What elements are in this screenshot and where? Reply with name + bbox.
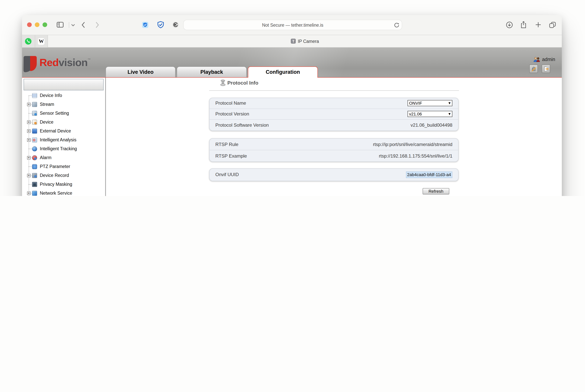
field-label: Onvif UUID — [215, 172, 239, 177]
network-service-icon — [32, 190, 37, 196]
sidebar: Device Info+StreamSensor Setting+Device+… — [22, 78, 106, 196]
back-button[interactable] — [81, 22, 85, 28]
privacy-shield-extension-icon[interactable] — [157, 21, 164, 29]
brand-title: Redvision™ — [40, 57, 91, 69]
m-circle-extension-icon[interactable] — [172, 22, 179, 28]
expand-icon-device-record[interactable]: + — [27, 174, 31, 177]
sidebar-item-ptz-parameter[interactable]: PTZ Parameter — [22, 162, 105, 171]
browser-toolbar: Not Secure — tether.timeline.is — [22, 15, 562, 35]
reload-icon[interactable] — [394, 22, 399, 28]
toolbar-divider — [69, 22, 69, 28]
panel-rtsp-rule: RTSP Rulertsp://ip:port/snl/live/camerai… — [209, 138, 459, 162]
sidebar-item-label: Intelligent Tracking — [40, 146, 77, 151]
sidebar-item-label: Device Record — [40, 173, 69, 178]
sidebar-item-external-device[interactable]: +External Device — [22, 126, 105, 135]
logout-button[interactable] — [542, 64, 550, 73]
active-browser-tab[interactable]: T IP Camera — [48, 35, 562, 48]
sidebar-item-intelligent-analysis[interactable]: +Intelligent Analysis — [22, 135, 105, 144]
sensor-setting-icon — [32, 111, 37, 116]
sidebar-item-label: Device — [40, 120, 53, 124]
intelligent-tracking-icon — [32, 146, 37, 151]
tab-configuration[interactable]: Configuration — [248, 66, 318, 78]
stream-icon — [32, 102, 37, 107]
dropdown-arrow-icon: ▼ — [448, 102, 451, 105]
content-heading: Protocol Info — [220, 79, 258, 86]
sidebar-item-network-service[interactable]: +Network Service — [22, 189, 105, 196]
downloads-button[interactable] — [506, 22, 513, 28]
expand-icon-device[interactable]: + — [27, 120, 31, 124]
alarm-icon — [32, 155, 37, 160]
sidebar-item-label: Privacy Masking — [40, 182, 72, 186]
username: admin — [542, 57, 555, 62]
select-value: ONVIF — [409, 101, 422, 106]
site-favicon: T — [291, 38, 296, 44]
protocol-version-select[interactable]: v21.06▼ — [408, 111, 452, 117]
onvif-uuid-input[interactable]: 2ab4caa0-bfdf-11d3-a4 — [406, 171, 452, 178]
close-window-button[interactable] — [27, 22, 32, 27]
expand-icon-external-device[interactable]: + — [27, 129, 31, 133]
refresh-button[interactable]: Refresh — [423, 188, 449, 194]
sidebar-item-label: Alarm — [40, 155, 52, 160]
row-rtsp-rule: RTSP Rulertsp://ip:port/snl/live/camerai… — [210, 139, 458, 150]
sidebar-toggle-icon[interactable] — [57, 22, 64, 28]
address-bar[interactable]: Not Secure — tether.timeline.is — [183, 20, 402, 30]
url-text: Not Secure — tether.timeline.is — [262, 22, 323, 27]
field-label: Protocol Name — [215, 100, 246, 106]
new-tab-button[interactable] — [535, 22, 541, 28]
share-button[interactable] — [520, 21, 527, 28]
row-protocol-name: Protocol NameONVIF▼ — [210, 98, 458, 108]
row-protocol-software-version: Protocol Software Versionv21.06_build004… — [210, 119, 458, 130]
sidebar-item-device-info[interactable]: Device Info — [22, 91, 105, 100]
sidebar-item-label: External Device — [40, 128, 71, 133]
sidebar-item-intelligent-tracking[interactable]: Intelligent Tracking — [22, 144, 105, 153]
sidebar-item-label: Sensor Setting — [40, 111, 69, 115]
whatsapp-icon — [25, 38, 32, 45]
expand-icon-alarm[interactable]: + — [27, 156, 31, 159]
sidebar-header-box — [24, 78, 104, 90]
panel-protocol-name: Protocol NameONVIF▼Protocol Versionv21.0… — [209, 98, 459, 131]
sidebar-item-device[interactable]: +Device — [22, 118, 105, 126]
users-icon — [533, 57, 540, 62]
tab-bar: W T IP Camera — [22, 35, 562, 48]
rtsp-rule-value: rtsp://ip:port/snl/live/cameraid/streami… — [373, 142, 452, 147]
tree-stub — [29, 166, 33, 167]
field-label: RTSP Example — [215, 153, 247, 158]
device-record-icon — [32, 173, 37, 178]
lock-pencil-icon — [531, 66, 536, 72]
row-rtsp-example: RTSP Examplertsp://192.168.1.175:554/snl… — [210, 150, 458, 162]
wikipedia-icon: W — [38, 38, 45, 44]
sidebar-item-sensor-setting[interactable]: Sensor Setting — [22, 109, 105, 118]
sidebar-item-privacy-masking[interactable]: Privacy Masking — [22, 180, 105, 189]
change-password-button[interactable] — [529, 64, 538, 73]
tree-stub — [29, 184, 33, 184]
minimize-window-button[interactable] — [35, 22, 40, 27]
page-body: Device Info+StreamSensor Setting+Device+… — [22, 78, 562, 196]
tab-playback[interactable]: Playback — [177, 66, 247, 77]
sidebar-item-stream[interactable]: +Stream — [22, 100, 105, 109]
page-header: Redvision™ admin — [22, 48, 562, 78]
sidebar-item-alarm[interactable]: +Alarm — [22, 153, 105, 162]
zoom-window-button[interactable] — [43, 22, 47, 27]
device-info-icon — [32, 93, 37, 98]
field-label: Protocol Version — [215, 112, 249, 117]
panel-onvif-uuid: Onvif UUID2ab4caa0-bfdf-11d3-a4 — [209, 168, 459, 181]
pinned-tab-whatsapp[interactable] — [22, 35, 35, 48]
adblock-extension-icon[interactable] — [142, 21, 148, 28]
sidebar-item-device-record[interactable]: +Device Record — [22, 171, 105, 180]
tab-overview-button[interactable] — [549, 22, 556, 28]
rtsp-example-value: rtsp://192.168.1.175:554/snl/live/1/1 — [379, 153, 452, 158]
privacy-masking-icon — [32, 182, 37, 187]
forward-button[interactable] — [96, 22, 99, 28]
protocol-hub-icon — [220, 79, 225, 86]
expand-icon-network-service[interactable]: + — [27, 191, 31, 195]
logout-icon — [543, 66, 549, 72]
expand-icon-stream[interactable]: + — [27, 102, 31, 106]
pinned-tab-wikipedia[interactable]: W — [35, 35, 48, 48]
intelligent-analysis-icon — [32, 137, 37, 142]
sidebar-item-label: Network Service — [40, 190, 72, 195]
protocol-name-select[interactable]: ONVIF▼ — [408, 100, 452, 106]
chevron-down-icon[interactable] — [71, 24, 75, 27]
user-info: admin — [533, 57, 555, 62]
tab-live-video[interactable]: Live Video — [106, 66, 176, 77]
expand-icon-intelligent-analysis[interactable]: + — [27, 138, 31, 142]
